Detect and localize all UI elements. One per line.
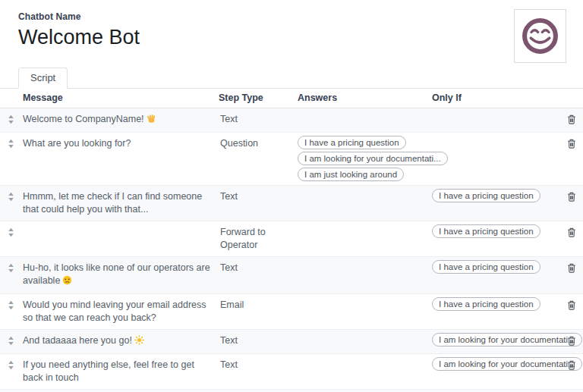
only-if-cell[interactable]: I have a pricing question [430,294,559,315]
step-type-cell[interactable]: Text [217,257,296,279]
column-header-step-type[interactable]: Step Type [217,89,296,108]
column-header-message[interactable]: Message [21,89,217,108]
delete-row-button[interactable] [566,299,578,312]
message-cell[interactable]: And tadaaaa here you go! [21,330,217,353]
drag-handle[interactable] [0,257,21,273]
trash-cell [559,133,583,150]
trash-cell [559,186,583,203]
answers-cell[interactable] [296,221,430,226]
drag-handle-icon [8,139,14,149]
drag-handle[interactable] [0,330,21,346]
script-step-row[interactable]: And tadaaaa here you go!TextI am looking… [0,330,583,354]
message-cell[interactable]: Hmmm, let me check if I can find someone… [21,186,217,221]
delete-row-button[interactable] [566,226,578,239]
only-if-pill[interactable]: I have a pricing question [432,189,540,202]
script-step-row[interactable]: If you need anything else, feel free to … [0,354,583,390]
answers-cell[interactable] [296,186,430,190]
only-if-cell[interactable]: I have a pricing question [430,186,559,206]
confused-face-emoji-icon [62,275,72,289]
message-cell[interactable]: Would you mind leaving your email addres… [21,294,217,329]
only-if-pill-line: I am looking for your documentati... [432,357,556,373]
step-type-cell[interactable]: Text [217,354,296,376]
answers-cell[interactable] [296,330,430,334]
delete-row-button[interactable] [566,359,578,372]
message-cell[interactable] [21,221,217,230]
only-if-cell[interactable]: I am looking for your documentati... [430,330,559,350]
trash-cell [559,221,583,239]
script-step-row[interactable]: Forward to OperatorI have a pricing ques… [0,221,583,257]
column-header-only-if[interactable]: Only If [430,89,559,108]
delete-row-button[interactable] [566,113,578,126]
step-type-cell[interactable]: Question [217,133,296,155]
trash-cell [559,257,583,274]
drag-handle-icon [8,227,14,237]
trash-icon [567,264,576,275]
step-type-cell[interactable]: Text [217,186,296,208]
handle-column-header [0,89,21,108]
only-if-cell[interactable]: I am looking for your documentati... [430,354,559,375]
step-type-cell[interactable]: Forward to Operator [217,221,296,256]
delete-row-button[interactable] [566,262,578,274]
drag-handle-icon [8,114,14,124]
column-header-answers[interactable]: Answers [296,89,430,108]
message-cell[interactable]: Welcome to CompanyName! [21,108,217,132]
waving-hand-emoji-icon [147,114,156,127]
drag-handle-icon [8,300,14,310]
trash-cell [559,294,583,312]
message-text: If you need anything else, feel free to … [23,359,194,383]
answers-cell[interactable]: I have a pricing questionI am looking fo… [296,133,430,185]
script-step-row[interactable]: Hmmm, let me check if I can find someone… [0,186,583,221]
message-text: Would you mind leaving your email addres… [23,299,206,323]
chatbot-name-label: Chatbot Name [18,11,565,22]
message-text: What are you looking for? [23,138,131,149]
drag-handle-icon [8,360,14,370]
step-type-cell[interactable]: Email [217,294,296,316]
script-step-row[interactable]: Hu-ho, it looks like none of our operato… [0,257,583,294]
answer-pill[interactable]: I have a pricing question [298,136,406,149]
answers-cell[interactable] [296,294,430,299]
answers-cell[interactable] [296,257,430,262]
only-if-pill-line: I am looking for your documentati... [432,333,556,349]
message-text: Hmmm, let me check if I can find someone… [23,191,202,215]
step-type-cell[interactable]: Text [217,108,296,130]
answers-cell[interactable] [296,108,430,113]
script-step-row[interactable]: What are you looking for?QuestionI have … [0,133,583,186]
drag-handle[interactable] [0,294,21,310]
delete-row-button[interactable] [566,334,578,347]
page-title[interactable]: Welcome Bot [18,24,565,50]
script-step-row[interactable]: Welcome to CompanyName!Text [0,108,583,133]
delete-row-button[interactable] [566,190,578,203]
message-cell[interactable]: If you need anything else, feel free to … [21,354,217,389]
drag-handle[interactable] [0,133,21,149]
answer-pill[interactable]: I am looking for your documentati... [298,152,448,165]
drag-handle[interactable] [0,221,21,237]
only-if-cell[interactable]: I have a pricing question [430,257,559,278]
message-cell[interactable]: What are you looking for? [21,133,217,155]
only-if-pill-line: I have a pricing question [432,224,556,240]
answer-pill-line: I am just looking around [298,168,427,183]
script-step-row[interactable]: Would you mind leaving your email addres… [0,294,583,330]
answers-cell[interactable] [296,354,430,359]
drag-handle-icon [8,336,14,346]
only-if-cell[interactable] [430,133,559,137]
only-if-pill[interactable]: I have a pricing question [432,260,540,274]
message-cell[interactable]: Hu-ho, it looks like none of our operato… [21,257,217,293]
only-if-pill[interactable]: I have a pricing question [432,297,540,311]
drag-handle[interactable] [0,108,21,124]
step-type-cell[interactable]: Text [217,330,296,352]
answer-pill[interactable]: I am just looking around [298,168,404,181]
only-if-cell[interactable]: I have a pricing question [430,221,559,242]
chatbot-avatar[interactable] [514,9,566,63]
chatbot-form-page: Chatbot Name Welcome Bot Script Message … [0,0,583,392]
only-if-pill[interactable]: I have a pricing question [432,224,540,238]
trash-cell [559,108,583,126]
table-body: Welcome to CompanyName!TextWhat are you … [0,108,583,392]
tab-script[interactable]: Script [18,67,68,89]
message-text: Welcome to CompanyName! [23,114,144,124]
script-table: Message Step Type Answers Only If Welcom… [0,89,583,392]
delete-row-button[interactable] [566,137,578,150]
drag-handle[interactable] [0,354,21,370]
only-if-cell[interactable] [430,108,559,113]
drag-handle[interactable] [0,186,21,202]
sun-emoji-icon [134,335,144,349]
